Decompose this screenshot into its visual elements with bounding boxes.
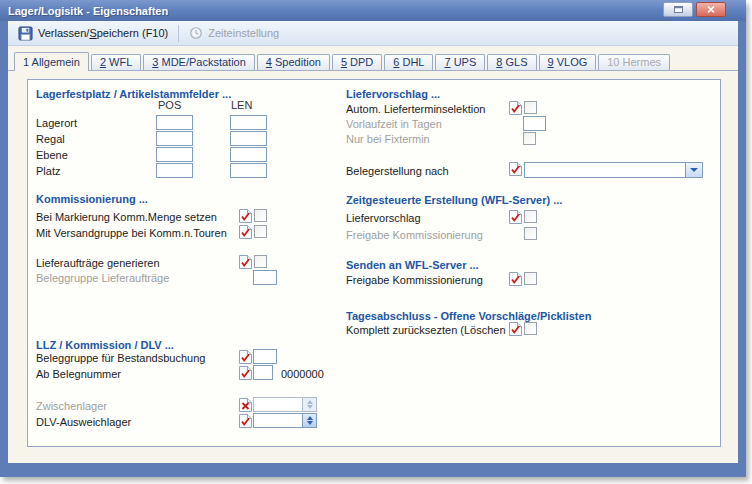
restore-icon (672, 4, 685, 15)
toolbar-separator (178, 25, 179, 42)
section-kommissionierung-header: Kommissionierung ... (36, 193, 148, 206)
close-icon (705, 4, 717, 15)
input-vorlaufzeit[interactable] (523, 116, 546, 131)
save-exit-label: Verlassen/Speichern (F10) (38, 27, 168, 39)
tab-6-dhl[interactable]: 6 DHL (384, 54, 433, 70)
save-exit-button[interactable]: Verlassen/Speichern (F10) (12, 24, 174, 43)
spinner-buttons-icon[interactable] (302, 414, 316, 427)
label-zeitgesteuert-liefervorschlag: Liefervorschlag (346, 212, 421, 225)
default-check-icon[interactable] (239, 366, 252, 380)
checkbox-senden-freigabe[interactable] (524, 272, 537, 285)
titlebar[interactable]: Lager/Logisitk - Eigenschaften (0, 0, 746, 21)
default-check-icon[interactable] (239, 350, 252, 364)
label-versandgruppe-touren: Mit Versandgruppe bei Komm.n.Touren (36, 227, 227, 240)
checkbox-lieferauftraege-generieren[interactable] (254, 255, 267, 268)
label-beleggruppe-lieferauftraege: Beleggruppe Lieferaufträge (36, 272, 169, 285)
tab-9-vlog[interactable]: 9 VLOG (539, 54, 597, 70)
window-title: Lager/Logisitk - Eigenschaften (8, 5, 168, 17)
input-regal-pos[interactable] (156, 131, 193, 146)
default-check-icon[interactable] (239, 209, 252, 223)
checkbox-versandgruppe-touren[interactable] (254, 225, 267, 238)
default-check-icon[interactable] (509, 272, 522, 286)
label-senden-freigabe: Freigabe Kommissionierung (346, 274, 483, 287)
label-lagerort: Lagerort (36, 117, 77, 130)
tab-strip: 1 Allgemein2 WFL3 MDE/Packstation4 Spedi… (8, 52, 738, 71)
default-cross-icon[interactable] (239, 398, 252, 412)
input-lagerort-len[interactable] (230, 115, 267, 130)
clock-icon (189, 26, 203, 40)
label-nur-bei-fixtermin: Nur bei Fixtermin (346, 133, 430, 146)
tab-2-wfl[interactable]: 2 WFL (91, 54, 141, 70)
label-markierung-komm-menge: Bei Markierung Komm.Menge setzen (36, 211, 217, 224)
label-komplett-zuruecksetzen: Komplett zurücksezten (Löschen (346, 324, 506, 337)
spinner-buttons-icon (302, 398, 316, 411)
label-belegerstellung-nach: Belegerstellung nach (346, 165, 449, 178)
app-window: Lager/Logisitk - Eigenschaften (0, 0, 746, 477)
input-ebene-len[interactable] (230, 147, 267, 162)
column-header-len: LEN (231, 99, 252, 112)
section-tagesabschluss-header: Tagesabschluss - Offene Vorschläge/Pickl… (346, 310, 591, 323)
default-check-icon[interactable] (239, 225, 252, 239)
section-lagerfestplatz-header: Lagerfestplatz / Artikelstammfelder ... (36, 88, 231, 101)
section-liefervorschlag-header: Liefervorschlag ... (346, 88, 440, 101)
section-zeitgesteuert-header: Zeitgesteuerte Erstellung (WFL-Server) .… (346, 194, 562, 207)
default-check-icon[interactable] (239, 414, 252, 428)
default-check-icon[interactable] (509, 162, 522, 176)
column-header-pos: POS (158, 99, 181, 112)
default-check-icon[interactable] (239, 255, 252, 269)
input-regal-len[interactable] (230, 131, 267, 146)
tab-8-gls[interactable]: 8 GLS (487, 54, 536, 70)
window-body: Verlassen/Speichern (F10) Zeiteinstellun… (8, 21, 738, 463)
checkbox-markierung-komm-menge[interactable] (254, 209, 267, 222)
checkbox-zeitgesteuert-liefervorschlag[interactable] (524, 210, 537, 223)
checkbox-zeitgesteuert-freigabe[interactable] (524, 227, 537, 240)
input-platz-pos[interactable] (156, 163, 193, 178)
tab-4-spedition[interactable]: 4 Spedition (257, 54, 330, 70)
dropdown-button[interactable] (685, 163, 702, 177)
tab-1-allgemein[interactable]: 1 Allgemein (14, 52, 89, 71)
tab-3-mde-packstation[interactable]: 3 MDE/Packstation (143, 54, 255, 70)
input-platz-len[interactable] (230, 163, 267, 178)
settings-panel: Lagerfestplatz / Artikelstammfelder ... … (27, 79, 721, 447)
section-senden-header: Senden an WFL-Server ... (346, 259, 479, 272)
input-ab-belegnummer[interactable] (253, 365, 273, 380)
toolbar: Verlassen/Speichern (F10) Zeiteinstellun… (8, 21, 738, 46)
time-settings-label: Zeiteinstellung (208, 27, 279, 39)
belegerstellung-combobox[interactable] (524, 162, 703, 178)
tab-10-hermes: 10 Hermes (598, 54, 670, 70)
label-regal: Regal (36, 133, 65, 146)
label-dlv-ausweichlager: DLV-Ausweichlager (36, 416, 131, 429)
checkbox-nur-bei-fixtermin[interactable] (523, 132, 536, 145)
label-zeitgesteuert-freigabe: Freigabe Kommissionierung (346, 229, 483, 242)
maximize-button[interactable] (663, 2, 693, 17)
tab-7-ups[interactable]: 7 UPS (435, 54, 485, 70)
tab-content-allgemein: Lagerfestplatz / Artikelstammfelder ... … (8, 71, 738, 463)
label-ab-belegnummer: Ab Belegnummer (36, 368, 121, 381)
default-check-icon[interactable] (509, 101, 522, 115)
chevron-down-icon (690, 168, 698, 172)
label-autom-lieferterminselektion: Autom. Lieferterminselektion (346, 103, 485, 116)
section-llz-header: LLZ / Kommission / DLV ... (36, 339, 174, 352)
label-vorlaufzeit: Vorlaufzeit in Tagen (346, 118, 442, 131)
label-ebene: Ebene (36, 149, 68, 162)
input-ebene-pos[interactable] (156, 147, 193, 162)
label-lieferauftraege-generieren: Lieferaufträge generieren (36, 257, 160, 270)
label-beleggruppe-bestandsbuchung: Beleggruppe für Bestandsbuchung (36, 352, 205, 365)
input-beleggruppe-bestandsbuchung[interactable] (253, 349, 277, 364)
save-icon (18, 26, 33, 41)
belegnummer-value: 0000000 (281, 368, 324, 381)
dlv-ausweichlager-spinner[interactable] (253, 413, 317, 428)
zwischenlager-spinner (253, 397, 317, 412)
close-button[interactable] (696, 2, 726, 17)
input-beleggruppe-lieferauftraege[interactable] (253, 270, 277, 285)
window-controls (663, 2, 726, 17)
label-platz: Platz (36, 165, 60, 178)
checkbox-komplett-zuruecksetzen[interactable] (524, 322, 537, 335)
checkbox-autom-lieferterminselektion[interactable] (524, 101, 537, 114)
default-check-icon[interactable] (509, 210, 522, 224)
time-settings-button: Zeiteinstellung (183, 24, 285, 42)
default-check-icon[interactable] (509, 322, 522, 336)
input-lagerort-pos[interactable] (156, 115, 193, 130)
tab-5-dpd[interactable]: 5 DPD (332, 54, 382, 70)
label-zwischenlager: Zwischenlager (36, 400, 107, 413)
